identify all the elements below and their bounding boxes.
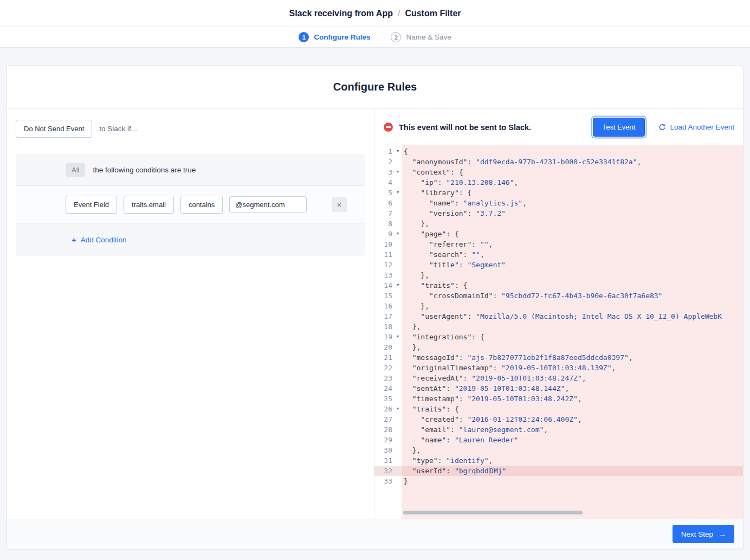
code-line[interactable]: "integrations": { [402,332,743,342]
line-number: 32 [374,466,394,476]
fold-icon[interactable]: ▼ [394,229,402,239]
line-number: 13 [374,270,394,280]
code-line[interactable]: "userId": "bgrqbddDMj" [402,466,743,476]
gutter-line: 31 [374,455,402,466]
gutter-line: 22 [374,363,402,373]
editor-code-area[interactable]: { "anonymousId": "ddf9ecda-977b-4231-b00… [402,145,743,519]
code-line[interactable]: }, [402,321,743,332]
gutter-line: 15 [374,291,402,301]
line-number: 4 [374,177,394,188]
line-number: 25 [374,394,394,404]
condition-property-button[interactable]: traits.email [124,196,174,214]
gutter-line: 30 [374,445,402,455]
condition-field-button[interactable]: Event Field [66,196,117,214]
code-line[interactable]: "page": { [402,229,743,239]
fold-icon[interactable]: ▼ [394,404,402,414]
code-line[interactable]: }, [402,301,743,311]
code-line[interactable]: }, [402,270,743,280]
code-line[interactable]: "ip": "210.13.208.146", [402,177,743,188]
code-line[interactable]: }, [402,342,743,352]
code-line[interactable]: "version": "3.7.2" [402,208,743,218]
fold-icon[interactable]: ▼ [394,188,402,198]
condition-value-input[interactable] [229,196,307,213]
line-number: 29 [374,435,394,445]
gutter-line: 7 [374,208,402,218]
group-operator-badge[interactable]: All [66,163,85,177]
code-line[interactable]: "created": "2016-01-12T02:24:06.400Z", [402,414,743,424]
code-line[interactable]: "name": "analytics.js", [402,198,743,208]
line-number: 1 [374,146,394,157]
gutter-line: 3▼ [374,167,402,177]
fold-icon[interactable]: ▼ [394,332,402,342]
load-another-event-label: Load Another Event [670,123,734,131]
step-name-and-save[interactable]: 2 Name & Save [391,32,451,42]
next-step-label: Next Step [681,530,713,538]
horizontal-scrollbar-thumb[interactable] [403,511,583,514]
code-line[interactable]: "userAgent": "Mozilla/5.0 (Macintosh; In… [402,311,743,321]
card-body: Do Not Send Event to Slack if... All the… [7,109,743,519]
code-line[interactable]: "sentAt": "2019-05-10T01:03:48.144Z", [402,383,743,394]
gutter-line: 24 [374,383,402,394]
code-line[interactable]: "referrer": "", [402,239,743,249]
gutter-line: 18 [374,321,402,332]
fold-icon[interactable]: ▼ [394,280,402,291]
code-line[interactable]: "originalTimestamp": "2019-05-10T01:03:4… [402,363,743,373]
line-number: 12 [374,260,394,270]
fold-icon[interactable]: ▼ [394,146,402,157]
code-line[interactable]: "name": "Lauren Reeder" [402,435,743,445]
add-condition-button[interactable]: + Add Condition [72,235,127,244]
next-step-button[interactable]: Next Step → [673,525,734,543]
line-number: 14 [374,280,394,291]
step-1-label: Configure Rules [314,33,370,41]
line-number: 9 [374,229,394,239]
close-icon: × [337,200,342,209]
card-footer: Next Step → [7,519,743,549]
code-line[interactable]: "type": "identify", [402,455,743,466]
breadcrumb-separator: / [398,9,400,18]
line-number: 10 [374,239,394,249]
code-line[interactable]: "context": { [402,167,743,177]
code-line[interactable]: "traits": { [402,404,743,414]
group-description: the following conditions are true [93,166,196,174]
gutter-line: 1▼ [374,146,402,157]
code-line[interactable]: "title": "Segment" [402,260,743,270]
code-line[interactable]: "library": { [402,188,743,198]
code-line[interactable]: "email": "lauren@segment.com", [402,424,743,435]
line-number: 5 [374,188,394,198]
code-editor[interactable]: 1▼23▼45▼6789▼1011121314▼1516171819▼20212… [374,145,743,519]
action-row: Do Not Send Event to Slack if... [16,120,365,138]
line-number: 20 [374,342,394,352]
code-line[interactable]: "crossDomainId": "95cbdd72-fc67-4b43-b90… [402,291,743,301]
gutter-line: 32 [374,466,402,476]
code-line[interactable]: "timestamp": "2019-05-10T01:03:48.242Z", [402,394,743,404]
line-number: 22 [374,363,394,373]
fold-icon[interactable]: ▼ [394,167,402,177]
line-number: 8 [374,218,394,229]
code-line[interactable]: { [402,146,743,157]
line-number: 27 [374,414,394,424]
test-event-button[interactable]: Test Event [593,118,645,137]
code-line[interactable]: "anonymousId": "ddf9ecda-977b-4231-b000-… [402,157,743,167]
code-line[interactable]: }, [402,445,743,455]
remove-condition-button[interactable]: × [332,197,347,212]
condition-group: All the following conditions are true Ev… [16,154,365,256]
condition-operator-button[interactable]: contains [180,196,223,214]
code-line[interactable]: "receivedAt": "2019-05-10T01:03:48.247Z"… [402,373,743,383]
code-line[interactable]: } [402,476,743,486]
editor-gutter: 1▼23▼45▼6789▼1011121314▼1516171819▼20212… [374,145,402,519]
gutter-line: 23 [374,373,402,383]
gutter-line: 9▼ [374,229,402,239]
code-line[interactable]: "messageId": "ajs-7b8270771eb2f1f8a87eed… [402,352,743,363]
filter-action-button[interactable]: Do Not Send Event [16,120,92,138]
gutter-line: 17 [374,311,402,321]
load-another-event-button[interactable]: Load Another Event [658,123,734,131]
step-1-number-badge: 1 [299,32,309,42]
step-configure-rules[interactable]: 1 Configure Rules [299,32,370,42]
line-number: 15 [374,291,394,301]
gutter-line: 28 [374,424,402,435]
code-line[interactable]: "traits": { [402,280,743,291]
gutter-line: 8 [374,218,402,229]
code-line[interactable]: "search": "", [402,249,743,260]
gutter-line: 5▼ [374,188,402,198]
code-line[interactable]: }, [402,218,743,229]
